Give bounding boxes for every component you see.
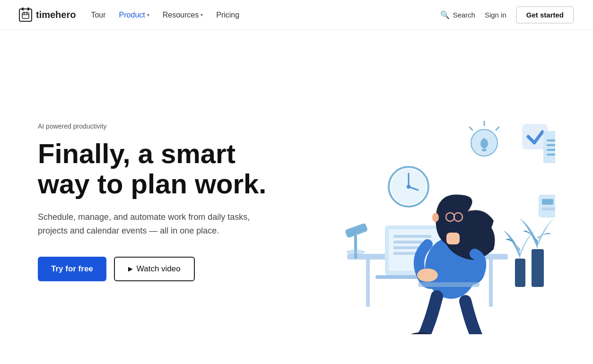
chevron-down-icon: ▾ <box>147 12 149 17</box>
svg-rect-48 <box>515 259 525 287</box>
svg-rect-47 <box>542 208 555 210</box>
hero-buttons: Try for free ▶ Watch video <box>38 257 281 281</box>
svg-rect-37 <box>547 149 555 151</box>
svg-point-22 <box>432 213 439 222</box>
svg-rect-27 <box>418 282 480 287</box>
svg-rect-9 <box>393 235 431 238</box>
watch-video-button[interactable]: ▶ Watch video <box>114 257 195 281</box>
hero-eyebrow: AI powered productivity <box>38 122 281 130</box>
svg-line-32 <box>470 127 472 130</box>
svg-rect-23 <box>446 233 460 244</box>
svg-rect-10 <box>393 241 422 243</box>
nav-links: Tour Product ▾ Resources ▾ Pricing <box>91 11 239 19</box>
hero-title: Finally, a smart way to plan work. <box>38 139 281 199</box>
signin-link[interactable]: Sign in <box>485 11 506 19</box>
logo[interactable]: timehero <box>19 9 76 22</box>
svg-rect-6 <box>489 260 493 307</box>
svg-rect-44 <box>539 195 555 217</box>
svg-rect-5 <box>366 260 370 307</box>
svg-rect-38 <box>547 154 555 156</box>
play-icon: ▶ <box>128 265 133 272</box>
svg-rect-12 <box>393 252 417 255</box>
hero-content: AI powered productivity Finally, a smart… <box>38 122 281 281</box>
svg-point-24 <box>417 269 438 282</box>
svg-rect-0 <box>22 13 29 18</box>
svg-rect-49 <box>532 249 544 287</box>
hero-section: AI powered productivity Finally, a smart… <box>0 30 593 364</box>
nav-tour[interactable]: Tour <box>91 11 105 19</box>
illustration-svg <box>281 69 555 334</box>
svg-rect-45 <box>542 199 553 205</box>
logo-icon <box>19 9 32 22</box>
svg-rect-14 <box>354 235 357 259</box>
hero-illustration <box>281 69 555 334</box>
chevron-down-icon: ▾ <box>201 12 203 17</box>
hero-subtitle: Schedule, manage, and automate work from… <box>38 210 281 238</box>
navbar-left: timehero Tour Product ▾ Resources ▾ Pric… <box>19 9 239 22</box>
get-started-button[interactable]: Get started <box>516 6 574 24</box>
svg-line-31 <box>496 127 499 130</box>
search-button[interactable]: 🔍 Search <box>440 10 475 19</box>
nav-pricing[interactable]: Pricing <box>216 11 239 19</box>
try-free-button[interactable]: Try for free <box>38 257 106 281</box>
navbar-right: 🔍 Search Sign in Get started <box>440 6 574 24</box>
svg-rect-36 <box>547 144 555 146</box>
svg-point-43 <box>407 185 410 189</box>
navbar: timehero Tour Product ▾ Resources ▾ Pric… <box>0 0 593 30</box>
svg-rect-29 <box>482 149 487 151</box>
nav-product[interactable]: Product ▾ <box>119 11 149 19</box>
nav-resources[interactable]: Resources ▾ <box>163 11 203 19</box>
search-icon: 🔍 <box>440 10 450 19</box>
svg-point-16 <box>346 250 365 254</box>
svg-rect-34 <box>543 131 555 163</box>
svg-rect-35 <box>547 139 555 141</box>
logo-text: timehero <box>36 9 76 20</box>
